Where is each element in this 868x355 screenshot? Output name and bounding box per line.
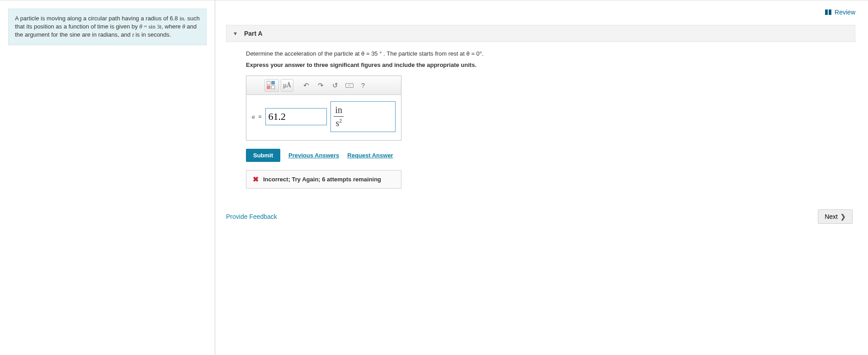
equals-sign: = (259, 114, 262, 120)
previous-answers-link[interactable]: Previous Answers (288, 152, 339, 159)
unit-denominator: s2 (334, 116, 344, 128)
feedback-box: ✖ Incorrect; Try Again; 6 attempts remai… (246, 170, 401, 189)
problem-text-5: is in seconds. (134, 31, 171, 38)
instr-theta2: θ (467, 50, 470, 57)
part-title: Part A (244, 30, 263, 37)
help-icon: ? (361, 81, 365, 89)
collapse-caret-icon: ▼ (233, 31, 238, 36)
eq-1: = (142, 23, 149, 30)
templates-button[interactable] (264, 79, 279, 92)
review-row: Review (226, 9, 855, 16)
redo-icon: ↷ (318, 81, 324, 90)
sin: sin (149, 23, 156, 30)
problem-text-1: A particle is moving along a circular pa… (15, 15, 179, 22)
keyboard-button[interactable]: ∷∷ (343, 79, 356, 92)
value-input[interactable] (265, 108, 327, 125)
book-icon (825, 9, 832, 15)
instruction: Determine the acceleration of the partic… (246, 50, 851, 57)
help-button[interactable]: ? (358, 79, 368, 92)
request-answer-link[interactable]: Request Answer (347, 152, 393, 159)
next-label: Next (825, 213, 838, 220)
reset-button[interactable]: ↺ (329, 79, 341, 92)
unit-input[interactable]: in s2 (330, 101, 396, 132)
unit-fraction: in s2 (334, 105, 344, 128)
sin-3: 3 (156, 23, 160, 30)
input-row: a = in s2 (246, 95, 401, 140)
page: A particle is moving along a circular pa… (0, 0, 868, 355)
variable-label: a (252, 113, 255, 120)
reset-icon: ↺ (332, 81, 338, 90)
undo-icon: ↶ (303, 81, 309, 90)
unit-numerator: in (334, 105, 344, 116)
units-label: µÅ (283, 82, 291, 89)
next-button[interactable]: Next ❯ (818, 209, 853, 224)
keyboard-icon: ∷∷ (345, 83, 354, 88)
instr-b: = 35 ° . The particle starts from rest a… (364, 50, 466, 57)
units-button[interactable]: µÅ (281, 79, 293, 92)
svg-rect-1 (829, 9, 831, 15)
provide-feedback-link[interactable]: Provide Feedback (226, 213, 277, 220)
submit-button[interactable]: Submit (246, 149, 280, 162)
action-row: Submit Previous Answers Request Answer (246, 149, 851, 162)
answer-pane: Review ▼ Part A Determine the accelerati… (215, 0, 868, 355)
bottom-row: Provide Feedback Next ❯ (226, 209, 855, 224)
express-instruction: Express your answer to three significant… (246, 62, 851, 68)
chevron-right-icon: ❯ (840, 213, 846, 220)
templates-icon (267, 81, 277, 90)
part-header[interactable]: ▼ Part A (226, 25, 855, 42)
instr-a: Determine the acceleration of the partic… (246, 50, 361, 57)
review-link[interactable]: Review (825, 9, 855, 16)
answer-box: µÅ ↶ ↷ ↺ ∷∷ ? (246, 76, 401, 141)
problem-text-3: , where (161, 23, 182, 30)
review-label: Review (835, 9, 855, 16)
problem-unit-in: in. (179, 15, 185, 22)
part-body: Determine the acceleration of the partic… (226, 50, 855, 189)
instr-c: = 0°. (470, 50, 484, 57)
redo-button[interactable]: ↷ (314, 79, 327, 92)
problem-pane: A particle is moving along a circular pa… (0, 0, 215, 355)
feedback-text: Incorrect; Try Again; 6 attempts remaini… (263, 176, 381, 183)
undo-button[interactable]: ↶ (300, 79, 312, 92)
incorrect-icon: ✖ (253, 175, 259, 184)
problem-statement: A particle is moving along a circular pa… (8, 9, 207, 45)
answer-toolbar: µÅ ↶ ↷ ↺ ∷∷ ? (246, 76, 401, 95)
svg-rect-0 (825, 9, 828, 15)
